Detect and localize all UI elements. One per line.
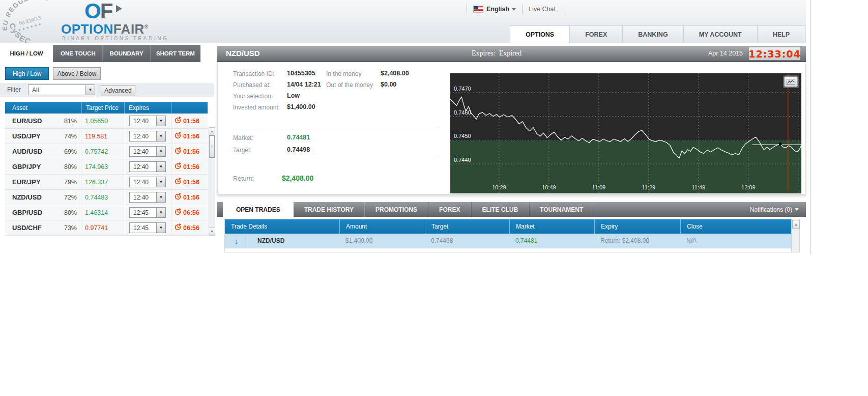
- bottom-tab-forex[interactable]: FOREX: [428, 202, 471, 217]
- nav-tab-help[interactable]: HELP: [757, 25, 805, 43]
- notifications-toggle[interactable]: Notifications (0): [750, 202, 806, 217]
- asset-header-expires: Expires: [124, 102, 171, 114]
- expiry-select[interactable]: 12:45▼: [129, 222, 166, 233]
- nav-tab-forex[interactable]: FOREX: [569, 25, 622, 43]
- chevron-down-icon: [795, 208, 799, 211]
- expiry-select[interactable]: 12:40▼: [129, 131, 166, 142]
- bottom-tab-elite-club[interactable]: ELITE CLUB: [471, 202, 529, 217]
- asset-row[interactable]: GBP/JPY80%174.96312:40▼01:56: [5, 159, 208, 175]
- countdown-text: 01:56: [183, 179, 199, 186]
- countdown-clock-icon: [174, 147, 182, 156]
- asset-target-price: 0.75742: [81, 144, 124, 159]
- svg-text:10:49: 10:49: [542, 184, 556, 190]
- expiry-value: 12:40: [130, 194, 156, 201]
- asset-row[interactable]: USD/CHF73%0.9774112:45▼06:56: [5, 220, 208, 236]
- bottom-tab-bar: OPEN TRADESTRADE HISTORYPROMOTIONSFOREXE…: [217, 202, 806, 217]
- select-arrow-icon[interactable]: ▼: [156, 208, 165, 217]
- trades-header-close: Close: [680, 219, 791, 234]
- divider: [467, 4, 467, 14]
- tab-one-touch[interactable]: ONE TOUCH: [53, 45, 102, 62]
- asset-filter-select[interactable]: All ▼: [28, 84, 95, 95]
- bottom-tab-open-trades[interactable]: OPEN TRADES: [223, 202, 294, 217]
- asset-row[interactable]: AUD/USD69%0.7574212:40▼01:56: [5, 144, 208, 159]
- scroll-up-icon[interactable]: ▲: [792, 220, 800, 229]
- asset-row[interactable]: GBP/USD80%1.4631412:45▼06:56: [5, 205, 208, 220]
- asset-target-price: 0.97741: [81, 220, 124, 235]
- countdown-clock-icon: [174, 116, 182, 126]
- countdown-text: 06:56: [183, 209, 199, 216]
- of-logo-arrow: [116, 5, 122, 12]
- scroll-down-icon[interactable]: ▼: [209, 228, 215, 235]
- trade-close: N/A: [680, 234, 791, 248]
- select-arrow-icon[interactable]: ▼: [156, 162, 165, 172]
- asset-payout: 72%: [64, 194, 77, 201]
- select-arrow-icon[interactable]: ▼: [156, 131, 165, 141]
- asset-name: AUD/USD: [12, 148, 42, 155]
- asset-payout: 81%: [64, 118, 77, 125]
- trades-header-market: Market: [509, 219, 594, 234]
- expiry-select[interactable]: 12:45▼: [129, 207, 166, 218]
- detail-value: 10455305: [287, 70, 315, 77]
- detail-label: In the money: [326, 70, 361, 77]
- open-trade-row[interactable]: ↓NZD/USD$1,400.000.744980.74481Return: $…: [225, 234, 791, 248]
- filter-strip: Filter All ▼ Advanced: [0, 83, 214, 97]
- asset-row[interactable]: EUR/USD81%1.0565012:40▼01:56: [5, 114, 208, 129]
- bottom-tab-promotions[interactable]: PROMOTIONS: [365, 202, 428, 217]
- trades-scrollbar[interactable]: ▲: [791, 219, 799, 252]
- bottom-tab-tournament[interactable]: TOURNAMENT: [529, 202, 594, 217]
- tab-high-low[interactable]: HIGH / LOW: [0, 45, 53, 62]
- select-arrow-icon[interactable]: ▼: [85, 85, 95, 95]
- scrollbar-thumb[interactable]: ≡: [209, 135, 215, 158]
- bottom-tab-trade-history[interactable]: TRADE HISTORY: [294, 202, 365, 217]
- expiry-select[interactable]: 12:40▼: [129, 192, 166, 203]
- price-chart-canvas: 0.74700.74600.74500.744010:2910:4911:091…: [450, 73, 801, 193]
- trade-amount: $1,400.00: [339, 234, 425, 248]
- countdown-clock: 12:33:04: [749, 47, 800, 60]
- select-arrow-icon[interactable]: ▼: [156, 223, 165, 233]
- countdown-clock-icon: [174, 223, 182, 233]
- asset-name: NZD/USD: [12, 193, 42, 201]
- select-arrow-icon[interactable]: ▼: [156, 192, 165, 202]
- trade-market: 0.74481: [509, 234, 594, 248]
- asset-row[interactable]: NZD/USD72%0.7448312:40▼01:56: [5, 190, 208, 205]
- asset-row[interactable]: USD/JPY74%119.58112:40▼01:56: [5, 129, 208, 144]
- nav-tab-banking[interactable]: BANKING: [622, 25, 683, 43]
- select-arrow-icon[interactable]: ▼: [156, 116, 165, 126]
- tab-short-term[interactable]: SHORT TERM: [150, 45, 200, 62]
- expires-status: Expires: Expired: [472, 49, 522, 58]
- detail-label: Invested amount:: [233, 104, 280, 111]
- mode-button-high-low[interactable]: High / Low: [5, 67, 49, 80]
- tab-boundary[interactable]: BOUNDARY: [102, 45, 150, 62]
- chart-type-button[interactable]: [784, 76, 798, 87]
- asset-row[interactable]: EUR/JPY79%126.33712:40▼01:56: [5, 175, 208, 190]
- detail-value: $1,400.00: [287, 103, 315, 110]
- expiry-select[interactable]: 12:40▼: [129, 116, 166, 126]
- expiry-select[interactable]: 12:40▼: [129, 161, 166, 172]
- advanced-button[interactable]: Advanced: [101, 85, 135, 96]
- filter-label: Filter: [7, 86, 21, 93]
- countdown-clock-icon: [174, 192, 182, 202]
- select-arrow-icon[interactable]: ▼: [156, 177, 165, 187]
- countdown-text: 06:56: [183, 224, 199, 232]
- expiry-value: 12:40: [130, 179, 156, 186]
- nav-tab-my-account[interactable]: MY ACCOUNT: [683, 25, 757, 43]
- expiry-select[interactable]: 12:40▼: [129, 177, 166, 187]
- nav-tab-options[interactable]: OPTIONS: [510, 25, 569, 43]
- detail-label: Target:: [233, 147, 252, 154]
- detail-value: 0.74498: [287, 146, 310, 153]
- us-flag-icon: [473, 6, 483, 13]
- asset-table-scrollbar[interactable]: ▲ ≡ ▼: [209, 127, 215, 236]
- expiry-select[interactable]: 12:40▼: [129, 146, 166, 157]
- live-chat-link[interactable]: Live Chat: [529, 6, 556, 13]
- trade-expiry: Return: $2,408.00: [594, 234, 680, 248]
- asset-payout: 74%: [64, 133, 77, 140]
- mode-button-above-below[interactable]: Above / Below: [53, 67, 101, 80]
- scroll-up-icon[interactable]: ▲: [209, 128, 215, 135]
- countdown-text: 01:56: [183, 163, 199, 171]
- select-arrow-icon[interactable]: ▼: [156, 147, 165, 156]
- detail-value: 14/04 12:21: [287, 81, 321, 88]
- language-selector[interactable]: English: [486, 6, 509, 13]
- chevron-down-icon[interactable]: [512, 8, 516, 11]
- expiry-value: 12:40: [130, 163, 156, 171]
- trade-header-bar: NZD/USD Expires: Expired Apr 14 2015 12:…: [217, 46, 806, 62]
